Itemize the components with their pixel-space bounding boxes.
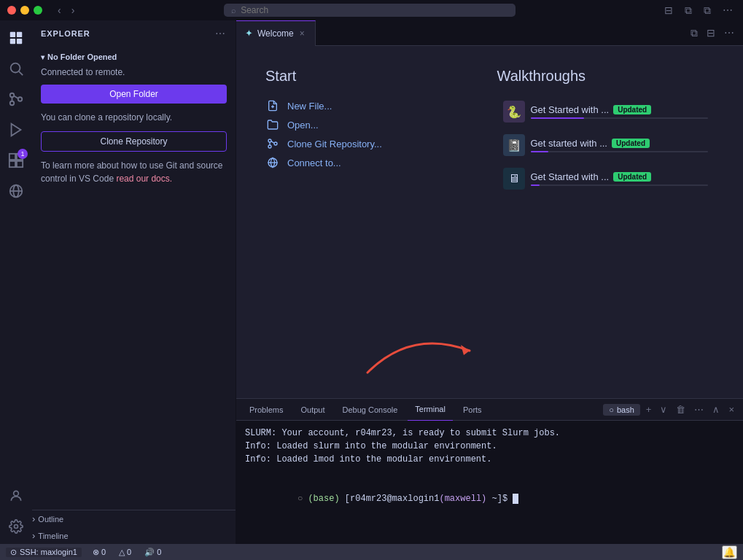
activity-accounts[interactable] bbox=[1, 481, 31, 510]
open-label: Open... bbox=[287, 120, 319, 131]
terminal-line-1: Info: Loaded slurm into the modular envi… bbox=[245, 440, 734, 453]
terminal-tab-problems[interactable]: Problems bbox=[242, 399, 290, 421]
search-bar[interactable]: ⌕ bbox=[224, 4, 516, 17]
remote-connected-text: Connected to remote. bbox=[41, 67, 227, 77]
terminal-base: (base) bbox=[308, 494, 344, 504]
sidebar-content: No Folder Opened Connected to remote. Op… bbox=[32, 47, 236, 510]
terminal-user-host: [r04mr23@maxlogin1 bbox=[345, 494, 440, 504]
terminal-close-button[interactable]: × bbox=[726, 402, 737, 416]
svg-rect-12 bbox=[9, 154, 15, 160]
customize-layout-button[interactable]: ⋯ bbox=[720, 3, 736, 18]
status-bell-button[interactable]: 🔔 bbox=[722, 545, 737, 559]
terminal-add-button[interactable]: + bbox=[643, 402, 655, 416]
status-bar-right: 🔔 bbox=[722, 545, 737, 559]
status-warning-count: 0 bbox=[127, 548, 131, 556]
terminal-tab-ports[interactable]: Ports bbox=[456, 399, 489, 421]
welcome-new-file[interactable]: New File... bbox=[265, 96, 483, 115]
svg-line-5 bbox=[19, 71, 23, 75]
walkthrough-header-1: Get started with ... Updated bbox=[531, 138, 709, 149]
terminal-circle: ○ bbox=[297, 494, 308, 504]
svg-rect-14 bbox=[9, 161, 15, 167]
welcome-clone-git[interactable]: Clone Git Repository... bbox=[265, 134, 483, 153]
maximize-btn[interactable] bbox=[34, 6, 42, 15]
terminal-line-0: SLURM: Your account, r04mr23, is ready t… bbox=[245, 427, 734, 440]
terminal-tab-debug-console[interactable]: Debug Console bbox=[335, 399, 405, 421]
docs-link[interactable]: read our docs. bbox=[116, 174, 172, 184]
editor-layout-button[interactable]: ⧉ bbox=[701, 3, 714, 18]
tab-bar: ✦ Welcome × ⧉ ⊟ ⋯ bbox=[236, 20, 743, 46]
activity-extensions[interactable]: 1 bbox=[1, 146, 31, 175]
sidebar-section-timeline[interactable]: Timeline bbox=[32, 527, 236, 544]
toggle-panel-button[interactable]: ⊟ bbox=[661, 3, 676, 18]
activity-search[interactable] bbox=[1, 54, 31, 83]
walkthrough-progress-bar-1 bbox=[531, 151, 709, 152]
sidebar-section-outline[interactable]: Outline bbox=[32, 510, 236, 527]
open-icon bbox=[265, 119, 280, 131]
svg-rect-3 bbox=[17, 39, 22, 44]
activity-explorer[interactable] bbox=[1, 23, 31, 52]
activity-source-control[interactable] bbox=[1, 85, 31, 114]
walkthrough-badge-0: Updated bbox=[613, 105, 651, 114]
walkthrough-thumb-1: 📓 bbox=[503, 134, 525, 156]
activity-settings[interactable] bbox=[1, 512, 31, 541]
minimize-btn[interactable] bbox=[20, 6, 29, 15]
svg-point-4 bbox=[11, 63, 20, 73]
terminal-maximize-button[interactable]: ∧ bbox=[709, 402, 723, 416]
status-warnings[interactable]: △ 0 bbox=[117, 548, 133, 557]
svg-point-6 bbox=[10, 93, 15, 98]
clone-git-label: Clone Git Repository... bbox=[287, 139, 382, 149]
walkthrough-text-1: Get started with ... Updated bbox=[531, 138, 709, 152]
svg-point-7 bbox=[10, 101, 15, 106]
start-title: Start bbox=[265, 68, 483, 85]
status-info-icon: 🔊 bbox=[144, 548, 155, 557]
terminal-tab-actions: ○ bash + ∨ 🗑 ⋯ ∧ × bbox=[603, 402, 737, 416]
svg-point-24 bbox=[268, 145, 271, 148]
editor-layout-split-button[interactable]: ⊟ bbox=[704, 26, 718, 41]
status-info[interactable]: 🔊 0 bbox=[142, 548, 163, 557]
svg-rect-0 bbox=[10, 32, 15, 37]
welcome-open[interactable]: Open... bbox=[265, 115, 483, 134]
connect-icon bbox=[265, 157, 280, 168]
terminal-instance-bash[interactable]: ○ bash bbox=[603, 404, 640, 416]
sidebar-more-button[interactable]: ⋯ bbox=[214, 26, 227, 41]
walkthrough-progress-fill-2 bbox=[531, 184, 540, 186]
status-errors[interactable]: ⊗ 0 bbox=[90, 548, 108, 557]
svg-point-23 bbox=[268, 139, 271, 142]
svg-point-25 bbox=[274, 142, 277, 145]
tab-welcome[interactable]: ✦ Welcome × bbox=[236, 20, 316, 46]
clone-repository-button[interactable]: Clone Repository bbox=[41, 131, 227, 152]
terminal-more-button[interactable]: ⋯ bbox=[691, 402, 707, 416]
toggle-sidebar-button[interactable]: ⧉ bbox=[682, 3, 695, 18]
status-remote[interactable]: ⊙ SSH: maxlogin1 bbox=[6, 548, 82, 557]
new-file-icon bbox=[265, 100, 280, 112]
close-btn[interactable] bbox=[7, 6, 16, 15]
activity-remote-explorer[interactable] bbox=[1, 176, 31, 206]
terminal-dropdown-button[interactable]: ∨ bbox=[657, 402, 670, 416]
sidebar: Explorer ⋯ No Folder Opened Connected to… bbox=[32, 20, 236, 544]
nav-forward-button[interactable]: › bbox=[68, 3, 79, 18]
tab-welcome-icon: ✦ bbox=[245, 28, 253, 39]
welcome-connect[interactable]: Connect to... bbox=[265, 153, 483, 172]
walkthrough-item-2[interactable]: 🖥 Get Started with ... Updated bbox=[497, 163, 715, 194]
status-remote-icon: ⊙ bbox=[10, 548, 17, 557]
terminal-trash-button[interactable]: 🗑 bbox=[673, 402, 688, 416]
terminal-tab-output[interactable]: Output bbox=[293, 399, 332, 421]
nav-back-button[interactable]: ‹ bbox=[54, 3, 65, 18]
terminal-tab-terminal[interactable]: Terminal bbox=[408, 399, 453, 421]
no-folder-label[interactable]: No Folder Opened bbox=[41, 52, 227, 61]
split-editor-button[interactable]: ⧉ bbox=[688, 26, 701, 41]
tab-more-button[interactable]: ⋯ bbox=[721, 26, 737, 41]
tab-close-welcome[interactable]: × bbox=[298, 28, 306, 39]
terminal-cursor bbox=[513, 494, 518, 504]
walkthrough-progress-bar-0 bbox=[531, 117, 709, 119]
terminal-content[interactable]: SLURM: Your account, r04mr23, is ready t… bbox=[236, 421, 743, 544]
walkthrough-badge-2: Updated bbox=[613, 172, 651, 182]
activity-run-debug[interactable] bbox=[1, 115, 31, 144]
search-input[interactable] bbox=[241, 5, 508, 15]
walkthrough-badge-1: Updated bbox=[612, 139, 650, 148]
open-folder-button[interactable]: Open Folder bbox=[41, 85, 227, 104]
content-area: ✦ Welcome × ⧉ ⊟ ⋯ Start New File... bbox=[236, 20, 743, 544]
walkthrough-item-1[interactable]: 📓 Get started with ... Updated bbox=[497, 130, 715, 160]
walkthrough-item-0[interactable]: 🐍 Get Started with ... Updated bbox=[497, 96, 715, 127]
sidebar-header: Explorer ⋯ bbox=[32, 20, 236, 47]
